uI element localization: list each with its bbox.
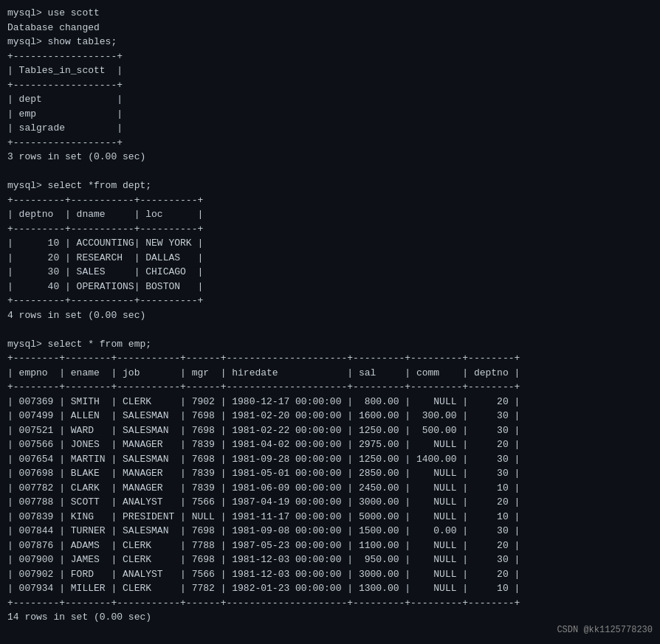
terminal-output: mysql> use scott Database changed mysql>… [7, 6, 653, 625]
watermark: CSDN @kk1125778230 [557, 623, 653, 637]
